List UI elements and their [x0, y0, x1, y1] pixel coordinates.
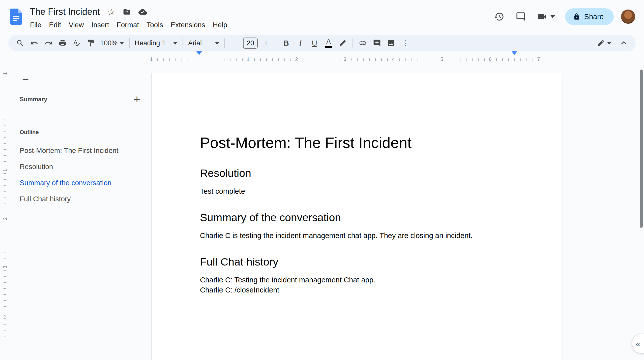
divider — [20, 114, 140, 114]
collapse-side-panel-button[interactable]: « — [632, 334, 644, 353]
insert-image-button[interactable] — [384, 36, 398, 50]
vertical-scrollbar-thumb[interactable] — [640, 70, 643, 228]
menu-extensions[interactable]: Extensions — [167, 19, 209, 30]
outline-heading: Outline — [20, 129, 149, 136]
right-indent-marker[interactable] — [512, 55, 517, 59]
minus-icon: − — [232, 39, 237, 47]
doc-section-heading[interactable]: Full Chat history — [200, 255, 514, 268]
text-color-button[interactable]: A — [322, 36, 335, 50]
toolbar-divider — [276, 38, 276, 48]
more-vertical-icon: ⋮ — [401, 39, 409, 47]
text-color-icon: A — [325, 38, 332, 48]
toolbar: 100% Heading 1 Arial − 20 + B I U A — [8, 35, 636, 51]
zoom-select[interactable]: 100% — [98, 36, 126, 50]
redo-button[interactable] — [42, 36, 55, 50]
font-family-select[interactable]: Arial — [186, 36, 221, 50]
add-summary-button[interactable]: + — [134, 94, 140, 104]
share-label: Share — [584, 13, 604, 21]
menu-edit[interactable]: Edit — [45, 19, 65, 30]
editing-mode-button[interactable] — [595, 36, 613, 50]
bold-icon: B — [283, 39, 289, 47]
undo-button[interactable] — [27, 36, 41, 50]
zoom-value: 100% — [100, 39, 118, 47]
header-actions: Share — [489, 7, 644, 26]
underline-icon: U — [312, 39, 317, 47]
star-icon[interactable]: ☆ — [107, 7, 115, 17]
move-folder-icon[interactable] — [123, 8, 131, 16]
horizontal-ruler[interactable]: 1 1 2 3 4 5 6 7 — [151, 54, 563, 64]
search-menus-icon[interactable] — [13, 36, 27, 50]
close-panel-button[interactable]: ← — [18, 71, 33, 85]
paint-format-button[interactable] — [84, 36, 98, 50]
font-family-value: Arial — [188, 39, 202, 47]
ruler-number: 7 — [536, 56, 542, 62]
outline-item-label: Summary of the conversation — [20, 179, 111, 187]
version-history-icon[interactable] — [489, 7, 509, 26]
menu-help[interactable]: Help — [209, 19, 231, 30]
ruler-number: 2 — [2, 216, 8, 222]
more-toolbar-options-button[interactable]: ⋮ — [398, 36, 412, 50]
bold-button[interactable]: B — [279, 36, 293, 50]
ruler-number: 3 — [342, 56, 348, 62]
doc-title-heading[interactable]: Post-Mortem: The First Incident — [200, 134, 514, 152]
doc-paragraph[interactable]: Charlie C: Testing the incident manageme… — [200, 275, 514, 285]
italic-icon: I — [299, 39, 302, 47]
font-size-input[interactable]: 20 — [243, 38, 258, 49]
menu-bar: File Edit View Insert Format Tools Exten… — [26, 19, 231, 30]
menu-format[interactable]: Format — [113, 19, 143, 30]
doc-paragraph[interactable]: Test complete — [200, 186, 514, 196]
decrease-font-size-button[interactable]: − — [228, 36, 242, 50]
outline-item-active[interactable]: Summary of the conversation — [20, 175, 149, 191]
ruler-number: 6 — [487, 56, 493, 62]
chevron-down-icon — [607, 42, 611, 45]
ruler-number: 2 — [294, 56, 300, 62]
chevron-down-icon — [550, 15, 555, 18]
italic-button[interactable]: I — [294, 36, 307, 50]
menu-tools[interactable]: Tools — [143, 19, 167, 30]
increase-font-size-button[interactable]: + — [259, 36, 273, 50]
ruler-number: 1 — [245, 56, 251, 62]
print-button[interactable] — [56, 36, 69, 50]
ruler-number: 4 — [390, 56, 396, 62]
left-indent-marker[interactable] — [196, 55, 202, 59]
ruler-number: 4 — [2, 312, 8, 318]
hide-menus-button[interactable] — [617, 36, 631, 50]
plus-icon: + — [134, 93, 140, 105]
docs-logo[interactable] — [9, 9, 23, 25]
menu-insert[interactable]: Insert — [88, 19, 113, 30]
comments-icon[interactable] — [511, 7, 530, 26]
doc-paragraph[interactable]: Charlie C: /closeIncident — [200, 285, 514, 295]
doc-paragraph[interactable]: Charlie C is testing the incident manage… — [200, 231, 514, 241]
title-block: The First Incident ☆ File Edit View Inse… — [30, 3, 231, 30]
document-page[interactable]: Post-Mortem: The First Incident Resoluti… — [151, 73, 563, 360]
doc-section-heading[interactable]: Summary of the conversation — [200, 211, 514, 224]
outline-item[interactable]: Full Chat history — [20, 191, 149, 207]
share-button[interactable]: Share — [565, 8, 614, 25]
highlight-color-button[interactable] — [336, 36, 349, 50]
underline-button[interactable]: U — [308, 36, 321, 50]
toolbar-divider — [183, 38, 183, 48]
spellcheck-button[interactable] — [70, 36, 83, 50]
toolbar-divider — [353, 38, 353, 48]
avatar[interactable] — [621, 9, 635, 24]
chevron-down-icon — [173, 42, 178, 45]
meet-video-icon[interactable] — [533, 7, 559, 26]
menu-file[interactable]: File — [26, 19, 45, 30]
menu-view[interactable]: View — [65, 19, 87, 30]
app-header: The First Incident ☆ File Edit View Inse… — [0, 0, 644, 33]
document-title[interactable]: The First Incident — [30, 7, 100, 17]
chevron-down-icon — [215, 42, 219, 45]
doc-section-heading[interactable]: Resolution — [200, 167, 514, 180]
outline-item[interactable]: Resolution — [20, 159, 149, 175]
paragraph-style-value: Heading 1 — [135, 39, 166, 47]
insert-link-button[interactable] — [356, 36, 370, 50]
paragraph-style-select[interactable]: Heading 1 — [133, 36, 180, 50]
ruler-number: 3 — [2, 264, 8, 270]
cloud-status-icon[interactable] — [138, 8, 147, 16]
lock-icon — [573, 13, 580, 20]
ruler-ticks — [151, 58, 563, 61]
chevron-down-icon — [120, 42, 124, 45]
back-arrow-icon: ← — [21, 73, 30, 83]
add-comment-button[interactable] — [370, 36, 384, 50]
outline-item[interactable]: Post-Mortem: The First Incident — [20, 143, 149, 159]
